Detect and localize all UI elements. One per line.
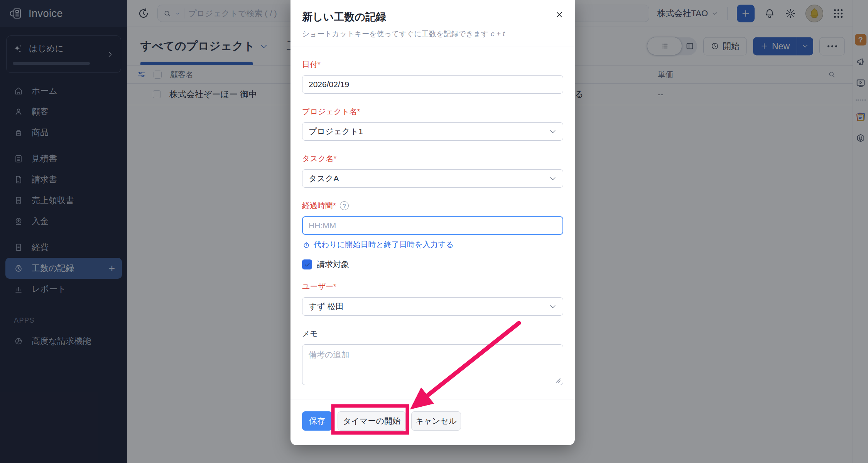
modal-subtitle: ショートカットキーを使ってすぐに工数を記録できますc + t (302, 29, 563, 39)
date-field: 日付* (302, 59, 563, 94)
enter-start-end-link-label: 代わりに開始日時と終了日時を入力する (314, 239, 454, 250)
elapsed-time-label-text: 経過時間* (302, 200, 336, 211)
cancel-button[interactable]: キャンセル (411, 411, 461, 431)
resize-handle[interactable] (556, 378, 561, 383)
date-input[interactable] (302, 75, 563, 94)
task-label: タスク名* (302, 153, 563, 164)
chevron-down-icon (549, 175, 557, 182)
elapsed-time-input[interactable] (302, 216, 563, 235)
billable-checkbox[interactable] (302, 259, 312, 269)
close-icon[interactable] (555, 10, 564, 19)
start-timer-button[interactable]: タイマーの開始 (338, 411, 406, 431)
project-field: プロジェクト名* プロジェクト1 (302, 106, 563, 141)
task-select[interactable]: タスクA (302, 169, 563, 188)
help-question-icon[interactable]: ? (340, 201, 349, 210)
shortcut-hint: c + t (491, 30, 505, 38)
modal-title: 新しい工数の記録 (302, 10, 563, 24)
enter-start-end-link[interactable]: 代わりに開始日時と終了日時を入力する (302, 239, 563, 250)
check-icon (304, 261, 311, 268)
chevron-down-icon (549, 128, 557, 135)
date-label: 日付* (302, 59, 563, 70)
modal-body: 日付* プロジェクト名* プロジェクト1 タスク名* タスクA 経 (290, 47, 575, 387)
project-selected-value: プロジェクト1 (309, 126, 363, 137)
project-label: プロジェクト名* (302, 106, 563, 117)
modal-subtitle-text: ショートカットキーを使ってすぐに工数を記録できます (302, 30, 488, 38)
user-label: ユーザー* (302, 281, 563, 292)
chevron-down-icon (549, 303, 557, 310)
modal-footer: 保存 タイマーの開始 キャンセル (290, 399, 575, 445)
billable-label: 請求対象 (317, 259, 349, 270)
billable-field: 請求対象 (302, 259, 563, 270)
task-selected-value: タスクA (309, 173, 339, 184)
task-field: タスク名* タスクA (302, 153, 563, 188)
user-selected-value: すず 松田 (309, 301, 344, 312)
user-select[interactable]: すず 松田 (302, 297, 563, 316)
memo-textarea[interactable] (302, 344, 563, 385)
user-field: ユーザー* すず 松田 (302, 281, 563, 316)
page: Invoice はじめに ホーム 顧客 (0, 0, 868, 463)
memo-field: メモ (302, 328, 563, 387)
memo-label: メモ (302, 328, 563, 339)
save-button[interactable]: 保存 (302, 411, 332, 431)
project-select[interactable]: プロジェクト1 (302, 122, 563, 141)
modal-header: 新しい工数の記録 ショートカットキーを使ってすぐに工数を記録できますc + t (290, 0, 575, 47)
stopwatch-icon (302, 241, 311, 249)
new-time-entry-modal: 新しい工数の記録 ショートカットキーを使ってすぐに工数を記録できますc + t … (290, 0, 575, 445)
elapsed-time-label: 経過時間* ? (302, 200, 563, 211)
elapsed-time-field: 経過時間* ? 代わりに開始日時と終了日時を入力する (302, 200, 563, 250)
